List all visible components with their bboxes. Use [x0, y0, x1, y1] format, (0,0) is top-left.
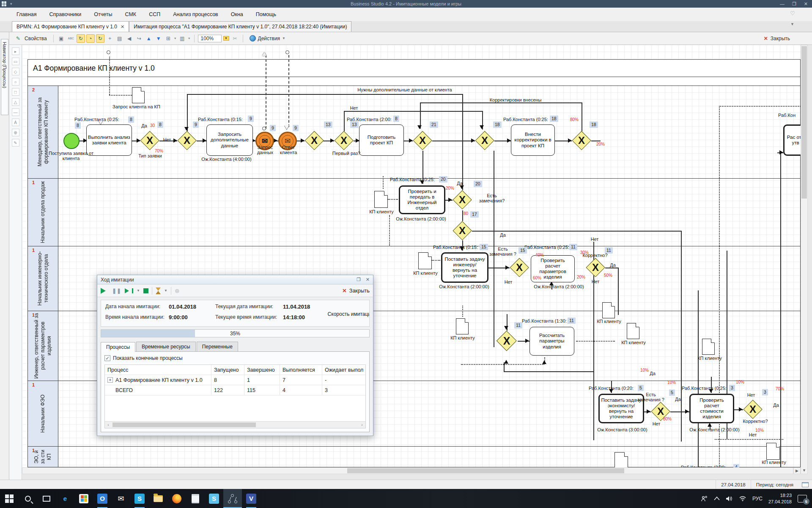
dialog-close-icon[interactable]: ✕ — [366, 277, 370, 282]
task-shape[interactable]: Подготовить проект КП — [359, 124, 404, 156]
tray-clock[interactable]: 18:23 27.04.2018 — [768, 492, 792, 505]
gateway-shape[interactable]: X — [453, 190, 472, 210]
tscroll-left-icon[interactable]: ‹ — [105, 422, 112, 427]
taskbar-start[interactable] — [0, 489, 19, 508]
lane-header[interactable]: Менеджер, ответственный за формирование … — [28, 86, 58, 178]
document-shape[interactable] — [702, 339, 715, 355]
col-running[interactable]: Выполняется — [280, 365, 322, 375]
dialog-close-button[interactable]: ✕ Закрыть — [342, 287, 370, 294]
taskbar-skype-business[interactable]: S — [205, 489, 223, 508]
status-period[interactable]: Период: сегодня — [751, 480, 798, 489]
document-shape[interactable] — [456, 318, 469, 334]
dialog-tab-1[interactable]: Процессы — [101, 342, 135, 352]
taskbar-task-view[interactable] — [37, 489, 56, 508]
taskbar-firefox[interactable] — [167, 489, 186, 508]
instance-count-badge: 15 — [518, 247, 527, 254]
gateway-shape[interactable]: X — [510, 258, 529, 277]
dialog-restore-icon[interactable]: ❐ — [357, 277, 361, 282]
step-forward-icon[interactable] — [125, 288, 133, 293]
col-finished[interactable]: Завершено — [244, 365, 280, 375]
table-row-total[interactable]: ВСЕГО 122 115 4 3 — [105, 385, 365, 395]
gateway-shape[interactable]: X — [453, 221, 472, 240]
hourglass-icon[interactable] — [156, 287, 161, 294]
taskbar-visio[interactable]: V — [242, 489, 261, 508]
task-shape[interactable]: Запросить дополнительные данные — [206, 124, 253, 156]
lane-header[interactable]: Начальник отдела продаж1 — [28, 179, 58, 246]
gateway-shape[interactable]: X — [140, 131, 159, 150]
wifi-icon[interactable] — [739, 496, 746, 501]
dialog-tab-2[interactable]: Временные ресурсы — [136, 342, 196, 351]
stop-icon[interactable] — [143, 288, 148, 293]
status-list-icon[interactable] — [802, 482, 809, 487]
task-shape[interactable]: Поставить задачу инженеру/ вернуть на ут… — [441, 252, 488, 283]
lane-header[interactable]: Начальник инженерно-технического отдела1 — [28, 246, 58, 311]
step-dropdown-icon[interactable]: ▼ — [137, 289, 140, 293]
taskbar-outlook[interactable]: O — [93, 489, 112, 508]
pause-icon[interactable]: ❚❚ — [112, 288, 121, 294]
gateway-shape[interactable]: X — [304, 131, 324, 150]
minimize-icon[interactable]: — — [780, 1, 785, 7]
document-shape[interactable] — [766, 443, 780, 460]
vertical-scrollbar[interactable]: ▼ — [801, 45, 808, 474]
lane-row-6[interactable]: ЭО, й за сти КП1 — [27, 447, 801, 467]
dialog-tab-3[interactable]: Переменные — [197, 342, 238, 351]
document-shape[interactable] — [132, 87, 145, 103]
notification-icon[interactable]: 5 — [798, 495, 807, 502]
simulation-progress-dialog[interactable]: Ход имитации ❐ ✕ ❚❚ ▼ ▼ ⊕ ✕ Закрыть Дата… — [97, 275, 373, 436]
horizontal-scrollbar[interactable] — [22, 467, 793, 474]
speaker-icon[interactable] — [726, 496, 733, 502]
add-counter-icon[interactable]: ⊕ — [175, 287, 180, 294]
gateway-shape[interactable]: X — [413, 131, 432, 150]
hscroll-thumb[interactable] — [347, 468, 624, 473]
document-shape[interactable] — [614, 452, 628, 467]
taskbar-store[interactable] — [74, 489, 93, 508]
task-shape[interactable]: Проверить расчет стоимости изделия — [689, 394, 734, 423]
col-process[interactable]: Процесс — [105, 365, 211, 375]
table-scrollbar[interactable]: ‹ › — [105, 421, 365, 428]
gateway-shape[interactable]: X — [743, 400, 763, 419]
close-icon[interactable]: ✕ — [804, 1, 808, 7]
col-started[interactable]: Запущено — [211, 365, 244, 375]
show-final-processes-checkbox[interactable]: ✓ — [104, 355, 110, 361]
expand-icon[interactable]: + — [107, 377, 113, 383]
gateway-shape[interactable]: X — [475, 131, 494, 150]
taskbar-skype[interactable]: S — [130, 489, 149, 508]
lane-header[interactable]: ЭО, й за сти КП1 — [28, 447, 58, 467]
document-shape[interactable] — [602, 302, 615, 318]
taskbar-business-studio[interactable] — [223, 489, 242, 508]
lane-header[interactable]: Инженер, ответственный за расчет парамен… — [28, 311, 58, 381]
play-icon[interactable] — [101, 288, 109, 294]
gateway-shape[interactable]: X — [572, 131, 591, 150]
task-shape[interactable]: Рас отн утв — [783, 124, 801, 156]
speed-dropdown-icon[interactable]: ▼ — [164, 289, 167, 293]
taskbar-explorer[interactable] — [149, 489, 167, 508]
dialog-titlebar[interactable]: Ход имитации ❐ ✕ — [97, 275, 373, 284]
keyboard-language[interactable]: РУС — [752, 496, 763, 502]
taskbar-mail[interactable]: ✉ — [112, 489, 130, 508]
gateway-shape[interactable]: X — [586, 258, 605, 277]
task-shape[interactable]: Проверить и передать в Инженерный отдел — [399, 185, 445, 214]
task-shape[interactable]: Внести корректировки в проект КП — [511, 124, 555, 156]
document-shape[interactable] — [627, 323, 639, 339]
task-shape[interactable]: Рассчитать параметры изделия — [529, 327, 574, 356]
gateway-shape[interactable]: X — [177, 131, 197, 150]
document-shape[interactable] — [374, 191, 388, 208]
vscroll-down-icon[interactable]: ▼ — [801, 467, 807, 474]
vscroll-thumb[interactable] — [801, 46, 807, 199]
hscroll-right-icon[interactable]: ▶ — [793, 467, 801, 474]
tray-chevron-icon[interactable] — [714, 497, 720, 500]
lane-header[interactable]: Начальник ФЭО1 — [28, 381, 58, 446]
table-row[interactable]: + A1 Формирование КП клиенту v 1.0 8 1 7… — [105, 375, 365, 385]
taskbar-edge[interactable]: e — [56, 489, 74, 508]
people-icon[interactable] — [701, 496, 708, 502]
restore-icon[interactable]: ❐ — [792, 1, 796, 7]
start-event[interactable] — [63, 133, 80, 149]
col-waiting[interactable]: Ожидает выпол — [322, 365, 365, 375]
tscroll-right-icon[interactable]: › — [359, 422, 365, 427]
gateway-shape[interactable]: X — [497, 331, 517, 351]
document-shape[interactable] — [418, 252, 432, 269]
taskbar-notes[interactable] — [186, 489, 205, 508]
tscroll-thumb[interactable] — [112, 422, 256, 427]
taskbar-search[interactable] — [19, 489, 37, 508]
gateway-shape[interactable]: X — [334, 131, 354, 150]
